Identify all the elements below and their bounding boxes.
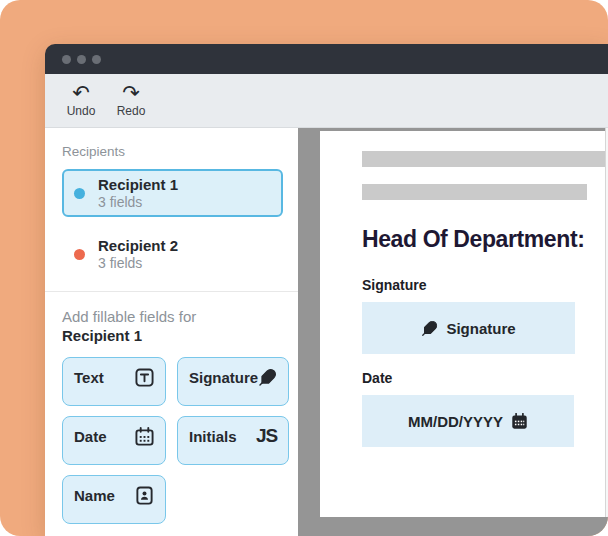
recipient-field-count: 3 fields [98, 194, 178, 211]
window-dot-icon [62, 55, 71, 64]
date-label: Date [362, 370, 392, 386]
editor-content: Recipients Recipient 1 3 fields Recipien… [45, 128, 608, 536]
redo-button[interactable]: ↷ Redo [109, 77, 153, 125]
redo-icon: ↷ [122, 83, 140, 103]
contact-card-icon [135, 486, 154, 505]
initials-field-button[interactable]: Initials JS [177, 416, 289, 465]
add-fields-line2: Recipient 1 [62, 326, 283, 345]
initials-icon: JS [256, 427, 277, 445]
text-field-button[interactable]: Text [62, 357, 166, 406]
window-controls [62, 55, 101, 64]
editor-toolbar: ↶ Undo ↷ Redo [45, 74, 608, 128]
recipient-card-1[interactable]: Recipient 1 3 fields [62, 169, 283, 217]
document-heading: Head Of Department: [362, 226, 584, 253]
recipient-card-2[interactable]: Recipient 2 3 fields [62, 230, 283, 278]
text-field-icon [135, 368, 154, 387]
recipient-name: Recipient 1 [98, 175, 178, 194]
undo-button[interactable]: ↶ Undo [59, 77, 103, 125]
text-placeholder-bar [362, 184, 587, 200]
recipient-field-count: 3 fields [98, 255, 178, 272]
window-titlebar [45, 44, 608, 74]
window-dot-icon [92, 55, 101, 64]
signature-field-button[interactable]: Signature [177, 357, 289, 406]
date-field-label: Date [74, 428, 107, 446]
calendar-icon [511, 413, 528, 430]
date-field-button[interactable]: Date [62, 416, 166, 465]
add-fields-heading: Add fillable fields for Recipient 1 [62, 307, 283, 345]
feather-icon [421, 320, 438, 337]
document-canvas: Head Of Department: Signature Signature … [298, 128, 608, 536]
fields-sidebar: Recipients Recipient 1 3 fields Recipien… [45, 128, 298, 536]
document-page: Head Of Department: Signature Signature … [320, 131, 605, 517]
recipient-color-dot-icon [74, 188, 85, 199]
recipient-color-dot-icon [74, 249, 85, 260]
app-card: ↶ Undo ↷ Redo Recipients Recipient 1 3 f… [0, 0, 608, 536]
window-dot-icon [77, 55, 86, 64]
sidebar-divider [45, 291, 298, 292]
browser-window: ↶ Undo ↷ Redo Recipients Recipient 1 3 f… [45, 44, 608, 536]
date-input-field[interactable]: MM/DD/YYYY [362, 395, 574, 447]
undo-label: Undo [67, 104, 96, 118]
signature-field-text: Signature [446, 320, 515, 337]
date-field-text: MM/DD/YYYY [408, 413, 503, 430]
text-placeholder-bar [362, 151, 605, 167]
undo-icon: ↶ [72, 83, 90, 103]
recipients-heading: Recipients [62, 144, 283, 159]
initials-field-label: Initials [189, 428, 237, 446]
text-field-label: Text [74, 369, 104, 387]
signature-input-field[interactable]: Signature [362, 302, 575, 354]
redo-label: Redo [117, 104, 146, 118]
feather-icon [258, 368, 277, 387]
calendar-icon [135, 427, 154, 446]
add-fields-line1: Add fillable fields for [62, 307, 283, 326]
field-button-grid: Text Signature [62, 357, 283, 524]
name-field-label: Name [74, 487, 115, 505]
signature-field-label: Signature [189, 369, 258, 387]
signature-label: Signature [362, 277, 427, 293]
recipient-name: Recipient 2 [98, 236, 178, 255]
name-field-button[interactable]: Name [62, 475, 166, 524]
